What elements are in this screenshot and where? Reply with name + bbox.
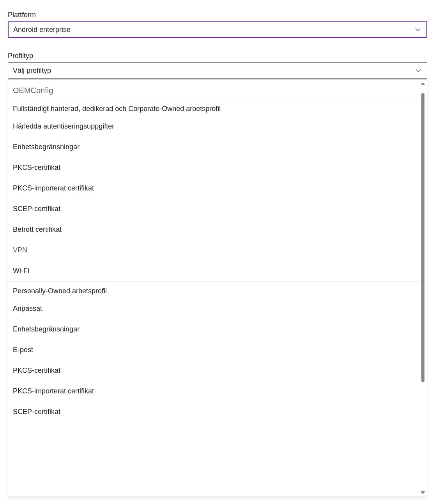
scrollbar-arrow-up-icon[interactable] xyxy=(421,82,425,85)
dropdown-option-trusted-cert[interactable]: Betrott certifikat xyxy=(8,219,419,240)
profiletype-label: Profiltyp xyxy=(8,52,427,60)
chevron-down-icon xyxy=(414,26,422,33)
dropdown-option-scep-cert-b[interactable]: SCEP-certifikat xyxy=(8,402,419,422)
profiletype-select-placeholder: Välj profiltyp xyxy=(13,67,414,75)
platform-select[interactable]: Android enterprise xyxy=(8,21,427,38)
dropdown-option-pkcs-cert-a[interactable]: PKCS-certifikat xyxy=(8,157,419,178)
dropdown-group-oemconfig: OEMConfig xyxy=(8,80,419,99)
platform-select-value: Android enterprise xyxy=(13,26,414,34)
listbox-scrollbar[interactable] xyxy=(420,81,426,496)
scrollbar-track[interactable] xyxy=(421,88,424,489)
dropdown-option-pkcs-imported-cert-a[interactable]: PKCS-importerat certifikat xyxy=(8,178,419,199)
dropdown-section-fully-managed: Fullständigt hanterad, dedikerad och Cor… xyxy=(8,99,419,116)
dropdown-option-pkcs-imported-cert-b[interactable]: PKCS-importerat certifikat xyxy=(8,381,419,402)
scrollbar-arrow-down-icon[interactable] xyxy=(421,491,425,494)
dropdown-option-email[interactable]: E-post xyxy=(8,340,419,360)
profiletype-list-scroll: OEMConfig Fullständigt hanterad, dediker… xyxy=(8,80,419,497)
scrollbar-thumb[interactable] xyxy=(421,93,424,382)
chevron-down-icon xyxy=(414,67,422,74)
dropdown-option-vpn[interactable]: VPN xyxy=(8,240,419,261)
platform-label: Plattform xyxy=(8,11,427,19)
dropdown-option-pkcs-cert-b[interactable]: PKCS-certifikat xyxy=(8,360,419,381)
profiletype-listbox[interactable]: OEMConfig Fullständigt hanterad, dediker… xyxy=(8,79,427,497)
dropdown-option-wifi[interactable]: Wi-Fi xyxy=(8,261,419,281)
dropdown-option-scep-cert-a[interactable]: SCEP-certifikat xyxy=(8,199,419,219)
profiletype-select[interactable]: Välj profiltyp xyxy=(8,62,427,79)
dropdown-option-device-restrictions-b[interactable]: Enhetsbegränsningar xyxy=(8,319,419,340)
dropdown-option-custom[interactable]: Anpassat xyxy=(8,298,419,319)
dropdown-option-device-restrictions-a[interactable]: Enhetsbegränsningar xyxy=(8,137,419,157)
dropdown-option-derived-credentials[interactable]: Härledda autentiseringsuppgifter xyxy=(8,116,419,137)
dropdown-section-personally-owned: Personally-Owned arbetsprofil xyxy=(8,281,419,298)
